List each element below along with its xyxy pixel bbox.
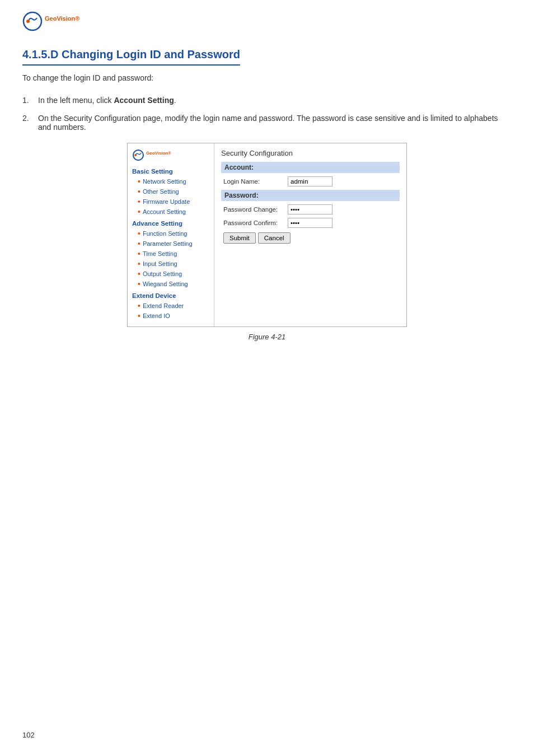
sidebar-item-label: Firmware Update: [143, 198, 190, 205]
steps-list: 1. In the left menu, click Account Setti…: [22, 96, 512, 132]
sidebar-item-network-setting[interactable]: • Network Setting: [132, 176, 209, 186]
password-change-row: Password Change:: [221, 204, 400, 214]
login-name-input[interactable]: [288, 176, 332, 186]
bullet-icon: •: [138, 260, 140, 268]
sidebar-logo: GeoVision®: [132, 149, 209, 161]
bullet-icon: •: [138, 270, 140, 278]
password-change-input[interactable]: [288, 204, 332, 214]
sidebar-item-label: Parameter Setting: [143, 240, 193, 247]
account-setting-bold: Account Setting: [114, 96, 174, 105]
account-section-header: Account:: [221, 162, 400, 173]
advance-setting-label: Advance Setting: [132, 220, 209, 227]
cancel-button[interactable]: Cancel: [258, 232, 291, 244]
sidebar-item-extend-reader[interactable]: • Extend Reader: [132, 301, 209, 311]
sidebar-item-extend-io[interactable]: • Extend IO: [132, 311, 209, 321]
geovision-logo-icon: [22, 11, 43, 31]
sidebar-item-label: Network Setting: [143, 178, 186, 185]
login-name-row: Login Name:: [221, 176, 400, 186]
bullet-icon: •: [138, 178, 140, 185]
screenshot-frame: GeoVision® Basic Setting • Network Setti…: [127, 143, 407, 327]
step-2: 2. On the Security Configuration page, m…: [22, 114, 512, 132]
sidebar-item-label: Extend IO: [143, 312, 170, 319]
page-number: 102: [22, 731, 35, 739]
sidebar-item-label: Extend Reader: [143, 302, 184, 309]
bullet-icon: •: [138, 188, 140, 195]
basic-setting-label: Basic Setting: [132, 168, 209, 175]
bullet-icon: •: [138, 280, 140, 288]
password-section-header: Password:: [221, 190, 400, 201]
bullet-icon: •: [138, 312, 140, 320]
password-confirm-input[interactable]: [288, 218, 332, 228]
sidebar-item-label: Other Setting: [143, 188, 179, 195]
bullet-icon: •: [138, 198, 140, 206]
sidebar-item-output-setting[interactable]: • Output Setting: [132, 269, 209, 279]
sidebar: GeoVision® Basic Setting • Network Setti…: [128, 143, 214, 326]
sidebar-item-label: Output Setting: [143, 270, 182, 277]
password-confirm-label: Password Confirm:: [223, 220, 288, 226]
sidebar-item-label: Account Setting: [143, 208, 186, 215]
figure-caption: Figure 4-21: [22, 333, 512, 341]
sidebar-item-input-setting[interactable]: • Input Setting: [132, 259, 209, 269]
sidebar-item-parameter-setting[interactable]: • Parameter Setting: [132, 239, 209, 249]
main-content: Security Configuration Account: Login Na…: [214, 143, 406, 326]
config-title: Security Configuration: [221, 149, 400, 157]
bullet-icon: •: [138, 250, 140, 258]
bullet-icon: •: [138, 240, 140, 248]
password-change-label: Password Change:: [223, 206, 288, 213]
sidebar-item-label: Input Setting: [143, 260, 177, 267]
svg-point-1: [26, 20, 30, 23]
login-name-label: Login Name:: [223, 178, 288, 185]
bullet-icon: •: [138, 302, 140, 310]
button-row: Submit Cancel: [221, 232, 400, 244]
intro-text: To change the login ID and password:: [22, 73, 512, 82]
sidebar-item-other-setting[interactable]: • Other Setting: [132, 186, 209, 197]
step-1: 1. In the left menu, click Account Setti…: [22, 96, 512, 105]
sidebar-item-firmware-update[interactable]: • Firmware Update: [132, 197, 209, 207]
sidebar-logo-icon: [132, 149, 144, 161]
sidebar-logo-text: GeoVision®: [146, 151, 171, 160]
extend-device-label: Extend Device: [132, 292, 209, 299]
logo-text: GeoVision®: [45, 14, 79, 29]
bullet-icon: •: [138, 230, 140, 237]
sidebar-item-account-setting[interactable]: • Account Setting: [132, 207, 209, 217]
sidebar-item-function-setting[interactable]: • Function Setting: [132, 228, 209, 239]
logo-area: GeoVision®: [22, 11, 512, 31]
bullet-icon: •: [138, 208, 140, 216]
sidebar-item-label: Function Setting: [143, 230, 188, 237]
submit-button[interactable]: Submit: [223, 232, 256, 244]
sidebar-item-label: Time Setting: [143, 250, 177, 257]
sidebar-item-wiegand-setting[interactable]: • Wiegand Setting: [132, 279, 209, 289]
password-confirm-row: Password Confirm:: [221, 218, 400, 228]
sidebar-item-label: Wiegand Setting: [143, 281, 188, 287]
svg-point-0: [24, 12, 41, 30]
svg-point-3: [134, 154, 137, 156]
page-title: 4.1.5.D Changing Login ID and Password: [22, 48, 240, 66]
sidebar-item-time-setting[interactable]: • Time Setting: [132, 249, 209, 259]
